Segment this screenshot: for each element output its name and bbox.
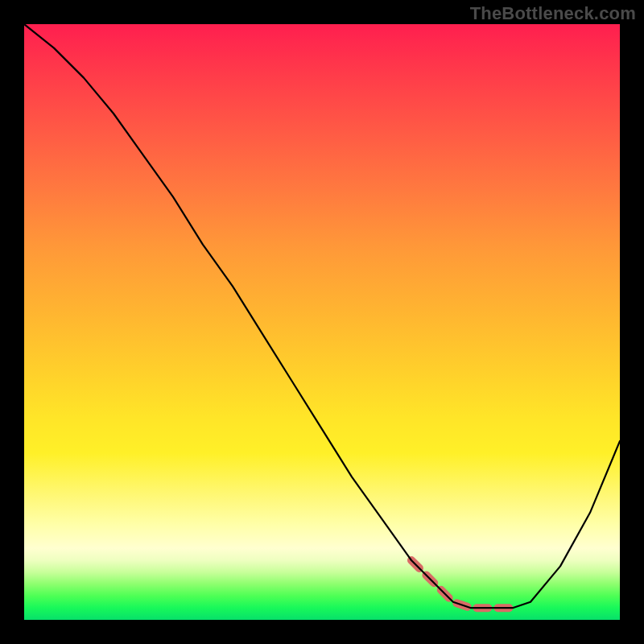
plot-area — [24, 24, 620, 620]
bottleneck-curve — [24, 24, 620, 608]
chart-frame: TheBottleneck.com — [0, 0, 644, 644]
curve-svg — [24, 24, 620, 620]
curve-layer — [24, 24, 620, 620]
watermark-text: TheBottleneck.com — [470, 3, 636, 24]
optimal-region-accent — [411, 560, 513, 608]
